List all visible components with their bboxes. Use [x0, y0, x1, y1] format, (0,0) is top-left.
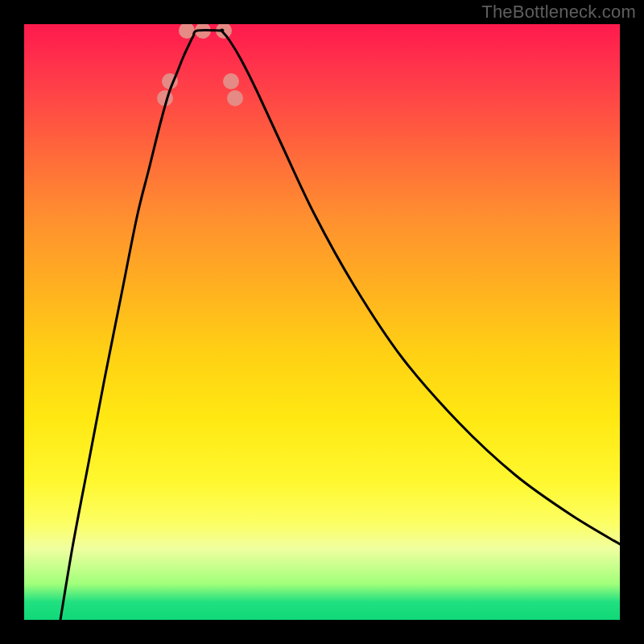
plot-area	[24, 24, 620, 620]
marker-layer	[157, 24, 243, 106]
curve-svg	[24, 24, 620, 620]
bottleneck-curve	[60, 30, 620, 620]
curve-layer	[60, 30, 620, 620]
right-dot-lower	[223, 73, 239, 89]
outer-frame: TheBottleneck.com	[0, 0, 644, 644]
attribution-label: TheBottleneck.com	[481, 2, 636, 23]
right-dot-upper	[227, 90, 243, 106]
